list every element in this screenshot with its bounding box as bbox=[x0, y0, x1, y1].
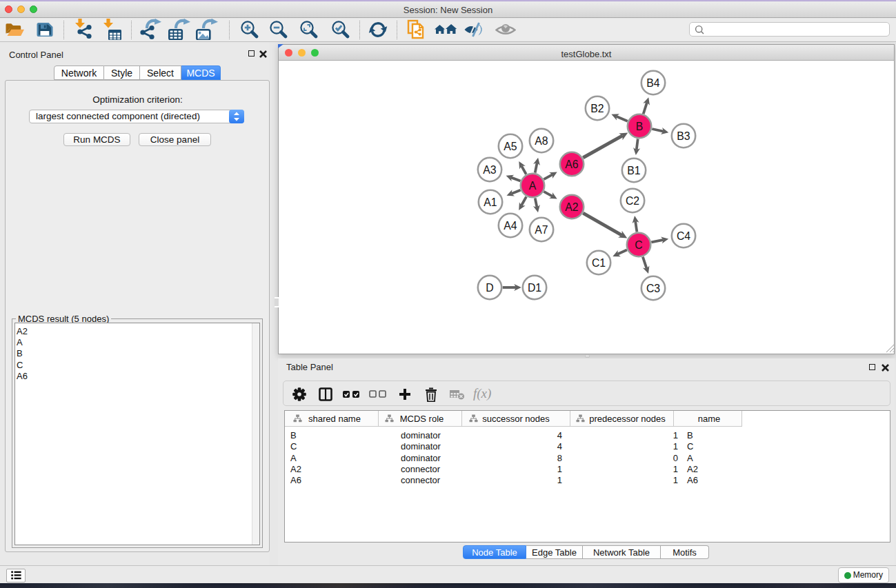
svg-text:A5: A5 bbox=[504, 141, 517, 152]
svg-text:A4: A4 bbox=[504, 220, 517, 232]
svg-text:B: B bbox=[636, 121, 644, 132]
svg-text:A2: A2 bbox=[565, 201, 578, 213]
svg-text:D1: D1 bbox=[528, 282, 541, 294]
svg-text:B2: B2 bbox=[590, 103, 604, 114]
svg-text:A3: A3 bbox=[483, 164, 497, 176]
svg-text:D: D bbox=[486, 282, 493, 294]
svg-text:C3: C3 bbox=[646, 283, 660, 294]
svg-text:C1: C1 bbox=[592, 257, 606, 269]
svg-text:B3: B3 bbox=[677, 130, 690, 142]
svg-text:C: C bbox=[635, 239, 642, 251]
svg-text:C2: C2 bbox=[626, 195, 639, 207]
svg-text:A1: A1 bbox=[484, 196, 497, 208]
svg-text:A: A bbox=[529, 180, 537, 192]
svg-text:A7: A7 bbox=[535, 224, 548, 236]
svg-text:A8: A8 bbox=[535, 135, 548, 147]
svg-text:C4: C4 bbox=[677, 230, 690, 242]
svg-text:B1: B1 bbox=[627, 165, 641, 176]
svg-text:B4: B4 bbox=[646, 77, 660, 89]
svg-text:A6: A6 bbox=[565, 159, 579, 170]
